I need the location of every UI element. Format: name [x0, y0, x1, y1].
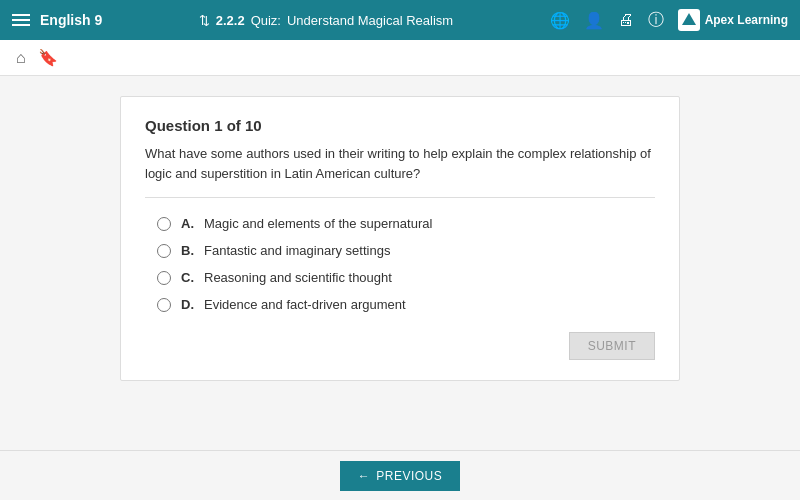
- bookmark-icon[interactable]: 🔖: [38, 48, 58, 67]
- svg-marker-0: [682, 13, 696, 25]
- hamburger-menu-icon[interactable]: [12, 14, 30, 26]
- radio-c[interactable]: [157, 271, 171, 285]
- top-nav-bar: English 9 ⇅ 2.2.2 Quiz: Understand Magic…: [0, 0, 800, 40]
- answer-option-c[interactable]: C. Reasoning and scientific thought: [157, 270, 655, 285]
- text-a: Magic and elements of the supernatural: [204, 216, 432, 231]
- answer-option-b[interactable]: B. Fantastic and imaginary settings: [157, 243, 655, 258]
- user-icon[interactable]: 👤: [584, 11, 604, 30]
- text-d: Evidence and fact-driven argument: [204, 297, 406, 312]
- help-icon[interactable]: ⓘ: [648, 10, 664, 31]
- radio-d[interactable]: [157, 298, 171, 312]
- question-header: Question 1 of 10: [145, 117, 655, 134]
- home-icon[interactable]: ⌂: [16, 49, 26, 67]
- print-icon[interactable]: 🖨: [618, 11, 634, 29]
- previous-label: PREVIOUS: [376, 469, 442, 483]
- label-c: C.: [181, 270, 194, 285]
- label-a: A.: [181, 216, 194, 231]
- quiz-title: Understand Magical Realism: [287, 13, 453, 28]
- answer-option-a[interactable]: A. Magic and elements of the supernatura…: [157, 216, 655, 231]
- quiz-section: 2.2.2: [216, 13, 245, 28]
- answer-option-d[interactable]: D. Evidence and fact-driven argument: [157, 297, 655, 312]
- arrow-left-icon: ←: [358, 469, 371, 483]
- text-c: Reasoning and scientific thought: [204, 270, 392, 285]
- top-nav-right: 🌐 👤 🖨 ⓘ Apex Learning: [550, 9, 788, 31]
- course-title: English 9: [40, 12, 102, 28]
- top-nav-left: English 9: [12, 12, 102, 28]
- apex-learning-logo: Apex Learning: [678, 9, 788, 31]
- label-b: B.: [181, 243, 194, 258]
- previous-button[interactable]: ← PREVIOUS: [340, 461, 461, 491]
- quiz-label: Quiz:: [251, 13, 281, 28]
- secondary-nav-bar: ⌂ 🔖: [0, 40, 800, 76]
- bottom-nav-bar: ← PREVIOUS: [0, 450, 800, 500]
- quiz-content-panel: Question 1 of 10 What have some authors …: [120, 96, 680, 381]
- submit-area: SUBMIT: [145, 332, 655, 360]
- top-nav-center: ⇅ 2.2.2 Quiz: Understand Magical Realism: [199, 13, 453, 28]
- shuffle-icon: ⇅: [199, 13, 210, 28]
- submit-button[interactable]: SUBMIT: [569, 332, 655, 360]
- radio-a[interactable]: [157, 217, 171, 231]
- apex-logo-icon: [678, 9, 700, 31]
- radio-b[interactable]: [157, 244, 171, 258]
- question-text: What have some authors used in their wri…: [145, 144, 655, 198]
- text-b: Fantastic and imaginary settings: [204, 243, 390, 258]
- apex-logo-text: Apex Learning: [705, 13, 788, 27]
- answer-options-list: A. Magic and elements of the supernatura…: [145, 216, 655, 312]
- label-d: D.: [181, 297, 194, 312]
- translate-icon[interactable]: 🌐: [550, 11, 570, 30]
